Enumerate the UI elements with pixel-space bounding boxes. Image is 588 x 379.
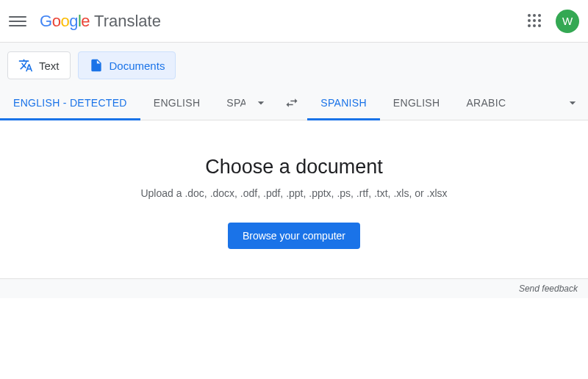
source-tab-detected[interactable]: ENGLISH - DETECTED xyxy=(0,85,140,120)
translate-icon xyxy=(18,58,33,73)
documents-mode-button[interactable]: Documents xyxy=(78,51,176,79)
google-logo: Google xyxy=(40,12,90,31)
browse-button[interactable]: Browse your computer xyxy=(228,223,360,249)
avatar[interactable]: W xyxy=(556,10,579,33)
chevron-down-icon xyxy=(565,95,580,110)
header: Google Translate W xyxy=(0,0,588,43)
source-tab-spanish[interactable]: SPA xyxy=(213,85,245,120)
apps-icon[interactable] xyxy=(526,12,544,30)
mode-row: Text Documents xyxy=(0,43,588,85)
text-mode-button[interactable]: Text xyxy=(7,51,71,79)
upload-hint: Upload a .doc, .docx, .odf, .pdf, .ppt, … xyxy=(15,187,573,199)
page-title: Choose a document xyxy=(15,156,573,178)
target-dropdown-icon[interactable] xyxy=(557,85,588,120)
send-feedback-link[interactable]: Send feedback xyxy=(519,284,578,294)
language-bar: ENGLISH - DETECTED ENGLISH SPA SPANISH E… xyxy=(0,85,588,120)
avatar-initial: W xyxy=(562,15,573,27)
swap-icon xyxy=(284,95,299,110)
menu-icon[interactable] xyxy=(9,12,26,30)
source-tab-english[interactable]: ENGLISH xyxy=(140,85,214,120)
source-dropdown-icon[interactable] xyxy=(245,85,276,120)
swap-languages-button[interactable] xyxy=(276,85,307,120)
footer: Send feedback xyxy=(0,278,588,298)
document-icon xyxy=(89,58,104,73)
main-content: Choose a document Upload a .doc, .docx, … xyxy=(0,120,588,278)
logo-translate-text: Translate xyxy=(94,12,161,31)
target-languages: SPANISH ENGLISH ARABIC xyxy=(307,85,519,120)
logo[interactable]: Google Translate xyxy=(40,12,161,31)
target-tab-english[interactable]: ENGLISH xyxy=(380,85,453,120)
chevron-down-icon xyxy=(254,95,268,110)
target-tab-spanish[interactable]: SPANISH xyxy=(307,85,380,120)
documents-mode-label: Documents xyxy=(110,59,165,72)
source-languages: ENGLISH - DETECTED ENGLISH SPA xyxy=(0,85,276,120)
text-mode-label: Text xyxy=(39,59,60,72)
target-tab-arabic[interactable]: ARABIC xyxy=(453,85,519,120)
